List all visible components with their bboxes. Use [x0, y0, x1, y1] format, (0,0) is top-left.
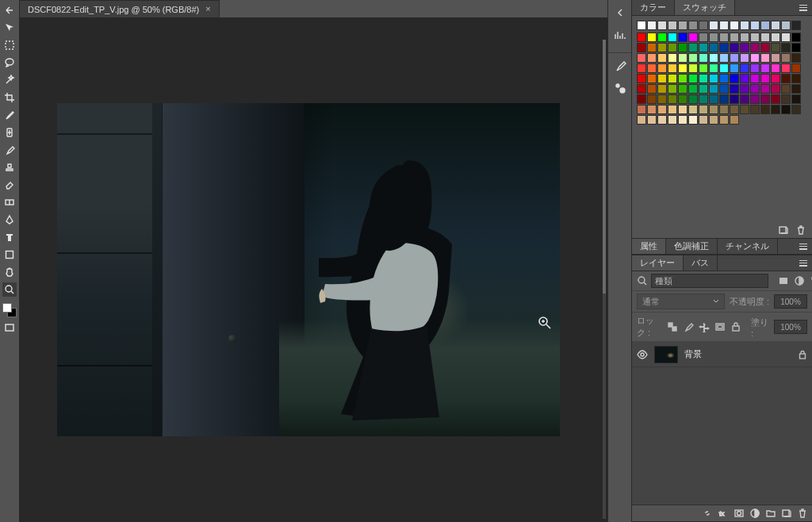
swatch[interactable]	[668, 94, 677, 104]
swatch[interactable]	[688, 43, 698, 52]
swatch[interactable]	[678, 63, 688, 73]
swatch[interactable]	[730, 115, 739, 125]
swatch[interactable]	[750, 33, 760, 42]
marquee-tool[interactable]	[2, 38, 17, 52]
swatch[interactable]	[637, 21, 646, 30]
swatch[interactable]	[730, 94, 739, 104]
swatch[interactable]	[781, 21, 791, 30]
swatch[interactable]	[657, 33, 667, 42]
collapse-icon[interactable]	[2, 3, 17, 17]
swatch[interactable]	[668, 33, 677, 42]
stamp-tool[interactable]	[2, 160, 17, 175]
swatch[interactable]	[740, 63, 749, 73]
swatch[interactable]	[730, 105, 739, 114]
swatch[interactable]	[740, 33, 749, 42]
swatch[interactable]	[678, 105, 688, 114]
swatch[interactable]	[699, 105, 708, 114]
brush-panel-icon[interactable]	[611, 56, 630, 75]
swatch[interactable]	[719, 115, 729, 125]
tab-layers[interactable]: レイヤー	[632, 255, 684, 271]
crop-tool[interactable]	[2, 90, 17, 105]
swatch[interactable]	[637, 105, 646, 114]
swatch[interactable]	[668, 21, 677, 30]
move-tool[interactable]	[2, 21, 17, 35]
layer-item[interactable]: 背景	[632, 342, 812, 367]
swatch[interactable]	[699, 63, 708, 73]
swatch[interactable]	[699, 33, 708, 42]
swatch[interactable]	[688, 115, 698, 125]
eraser-tool[interactable]	[2, 178, 17, 192]
swatch[interactable]	[657, 94, 667, 104]
swatch[interactable]	[637, 115, 646, 125]
swatch[interactable]	[647, 115, 657, 125]
swatch[interactable]	[647, 105, 657, 114]
swatch[interactable]	[637, 33, 646, 42]
swatch[interactable]	[699, 84, 708, 94]
swatch[interactable]	[781, 74, 791, 83]
swatch[interactable]	[657, 53, 667, 63]
swatch[interactable]	[760, 74, 770, 83]
swatch[interactable]	[771, 105, 780, 114]
tab-channels[interactable]: チャンネル	[718, 239, 778, 254]
swatch[interactable]	[668, 53, 677, 63]
swatch[interactable]	[699, 94, 708, 104]
swatch[interactable]	[771, 63, 780, 73]
swatch[interactable]	[730, 21, 739, 30]
visibility-icon[interactable]	[637, 349, 648, 360]
swatch[interactable]	[688, 94, 698, 104]
heal-tool[interactable]	[2, 125, 17, 140]
canvas[interactable]	[57, 103, 560, 436]
swatch[interactable]	[750, 94, 760, 104]
swatch[interactable]	[678, 33, 688, 42]
swatch[interactable]	[791, 105, 801, 114]
swatch[interactable]	[719, 21, 729, 30]
color-swap[interactable]	[2, 303, 17, 317]
lock-trans-icon[interactable]	[667, 321, 678, 332]
eyedropper-tool[interactable]	[2, 108, 17, 122]
fill-value[interactable]: 100%	[774, 320, 807, 334]
swatch[interactable]	[647, 84, 657, 94]
tab-swatches[interactable]: スウォッチ	[675, 0, 735, 15]
swatch[interactable]	[740, 21, 749, 30]
canvas-pane[interactable]	[19, 17, 607, 522]
swatch[interactable]	[709, 94, 718, 104]
swatch[interactable]	[719, 94, 729, 104]
swatch[interactable]	[699, 115, 708, 125]
swatch[interactable]	[719, 105, 729, 114]
swatch[interactable]	[791, 43, 801, 52]
swatch[interactable]	[709, 63, 718, 73]
swatch[interactable]	[740, 105, 749, 114]
filter-pixel-icon[interactable]	[778, 275, 789, 286]
swatch[interactable]	[709, 115, 718, 125]
panel-menu-icon[interactable]	[795, 255, 812, 271]
zoom-tool[interactable]	[2, 282, 17, 297]
swatch[interactable]	[699, 53, 708, 63]
group-icon[interactable]	[766, 509, 776, 518]
text-tool[interactable]	[2, 230, 17, 244]
swatch[interactable]	[637, 84, 646, 94]
panel-menu-icon[interactable]	[795, 0, 812, 15]
swatch[interactable]	[647, 21, 657, 30]
layer-mask-icon[interactable]	[734, 509, 744, 518]
lock-nest-icon[interactable]	[714, 321, 726, 332]
swatch[interactable]	[750, 43, 760, 52]
histogram-icon[interactable]	[611, 25, 630, 44]
swatch[interactable]	[791, 63, 801, 73]
swatch[interactable]	[688, 21, 698, 30]
swatch[interactable]	[750, 53, 760, 63]
swatch[interactable]	[657, 63, 667, 73]
swatch[interactable]	[637, 53, 646, 63]
swatch[interactable]	[657, 74, 667, 83]
swatch[interactable]	[730, 84, 739, 94]
swatch[interactable]	[750, 21, 760, 30]
swatch[interactable]	[771, 94, 780, 104]
swatch[interactable]	[688, 63, 698, 73]
swatch[interactable]	[760, 63, 770, 73]
tab-close-icon[interactable]: ×	[205, 5, 210, 13]
swatch[interactable]	[719, 84, 729, 94]
swatch[interactable]	[678, 53, 688, 63]
swatch[interactable]	[791, 74, 801, 83]
swatch[interactable]	[719, 43, 729, 52]
panel-menu-icon[interactable]	[795, 239, 812, 254]
swatch[interactable]	[771, 74, 780, 83]
